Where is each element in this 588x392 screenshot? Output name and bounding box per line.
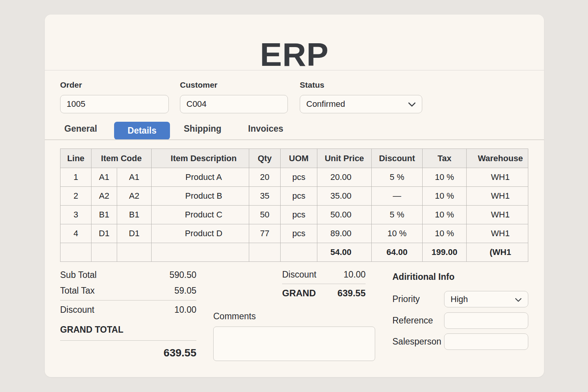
cell-qty[interactable]: 50 <box>249 206 281 224</box>
subtotal-label: Sub Total <box>60 270 96 280</box>
cell-uom[interactable]: pcs <box>281 224 317 243</box>
mini-grand-label: GRAND <box>282 288 316 299</box>
tabs-divider <box>45 139 544 140</box>
col-header-qty: Qty <box>249 149 281 168</box>
mini-totals-divider <box>282 284 366 284</box>
cell-code-a[interactable]: B1 <box>91 206 117 224</box>
cell-tax[interactable]: 10 % <box>423 168 467 187</box>
mini-grand-value: 639.55 <box>338 288 366 299</box>
priority-label: Priority <box>392 294 420 304</box>
comments-label: Comments <box>213 311 256 322</box>
cell-qty[interactable]: 77 <box>249 224 281 243</box>
mini-discount-row: Discount 10.00 <box>282 267 366 282</box>
mini-discount-value: 10.00 <box>343 270 366 280</box>
cell-description[interactable] <box>152 243 249 262</box>
discount-label: Discount <box>60 305 94 315</box>
cell-unit-price[interactable]: 35.00 <box>317 187 372 206</box>
cell-code-a[interactable]: A2 <box>91 187 117 206</box>
cell-tax[interactable]: 10 % <box>423 224 467 243</box>
col-header-discount: Discount <box>372 149 423 168</box>
cell-qty[interactable]: 35 <box>249 187 281 206</box>
erp-window: ERP Order Customer Status Confirmed Gene… <box>45 15 544 377</box>
cell-code-a[interactable]: D1 <box>91 224 117 243</box>
col-header-line: Line <box>60 149 91 168</box>
cell-line[interactable]: 4 <box>60 224 91 243</box>
cell-code-a[interactable]: A1 <box>91 168 117 187</box>
status-select[interactable]: Confirmed <box>300 95 422 113</box>
tab-details[interactable]: Details <box>114 122 170 140</box>
cell-code-a[interactable] <box>91 243 117 262</box>
cell-tax[interactable]: 10 % <box>423 206 467 224</box>
tab-shipping[interactable]: Shipping <box>184 124 221 134</box>
col-header-item-description: Item Description <box>152 149 249 168</box>
order-label: Order <box>60 80 82 90</box>
cell-code-b[interactable] <box>117 243 152 262</box>
table-summary-row: 54.00 64.00 199.00 (WH1 <box>60 243 528 262</box>
salesperson-input[interactable] <box>444 333 528 350</box>
cell-discount-total[interactable]: 64.00 <box>372 243 423 262</box>
cell-description[interactable]: Product C <box>152 206 249 224</box>
status-select-value: Confirmed <box>306 99 345 109</box>
total-tax-row: Total Tax 59.05 <box>60 283 196 299</box>
comments-textarea[interactable] <box>213 327 375 361</box>
tab-general[interactable]: General <box>64 124 97 134</box>
table-row: 3 B1 B1 Product C 50 pcs 50.00 5 % 10 % … <box>60 206 528 224</box>
mini-discount-label: Discount <box>282 270 316 280</box>
cell-discount[interactable]: 5 % <box>372 206 423 224</box>
cell-uom[interactable] <box>281 243 317 262</box>
customer-label: Customer <box>180 80 217 90</box>
cell-discount[interactable]: 10 % <box>372 224 423 243</box>
cell-warehouse[interactable]: WH1 <box>467 224 528 243</box>
cell-description[interactable]: Product B <box>152 187 249 206</box>
cell-warehouse[interactable]: WH1 <box>467 206 528 224</box>
reference-label: Reference <box>392 315 433 326</box>
col-header-warehouse: Warehouse <box>467 149 528 168</box>
table-row: 2 A2 A2 Product B 35 pcs 35.00 — 10 % WH… <box>60 187 528 206</box>
cell-line[interactable]: 2 <box>60 187 91 206</box>
priority-select[interactable]: High <box>444 291 528 307</box>
cell-warehouse[interactable]: WH1 <box>467 168 528 187</box>
discount-row: Discount 10.00 <box>60 302 196 318</box>
chevron-down-icon <box>515 294 522 304</box>
cell-line[interactable] <box>60 243 91 262</box>
cell-code-b[interactable]: A1 <box>117 168 152 187</box>
customer-input[interactable] <box>180 95 288 113</box>
cell-warehouse-total[interactable]: (WH1 <box>467 243 528 262</box>
cell-uom[interactable]: pcs <box>281 168 317 187</box>
cell-unit-price[interactable]: 20.00 <box>317 168 372 187</box>
mini-totals-panel: Discount 10.00 GRAND 639.55 <box>282 267 366 301</box>
cell-tax-total[interactable]: 199.00 <box>423 243 467 262</box>
order-input[interactable] <box>60 95 169 113</box>
cell-code-b[interactable]: D1 <box>117 224 152 243</box>
cell-discount[interactable]: — <box>372 187 423 206</box>
cell-unit-price-total[interactable]: 54.00 <box>317 243 372 262</box>
tab-invoices[interactable]: Invoices <box>248 124 283 134</box>
cell-uom[interactable]: pcs <box>281 187 317 206</box>
cell-line[interactable]: 3 <box>60 206 91 224</box>
total-tax-label: Total Tax <box>60 286 95 296</box>
table-row: 4 D1 D1 Product D 77 pcs 89.00 10 % 10 %… <box>60 224 528 243</box>
grand-total-label: GRAND TOTAL <box>60 318 196 339</box>
cell-unit-price[interactable]: 50.00 <box>317 206 372 224</box>
cell-description[interactable]: Product D <box>152 224 249 243</box>
cell-discount[interactable]: 5 % <box>372 168 423 187</box>
cell-code-b[interactable]: B1 <box>117 206 152 224</box>
totals-panel: Sub Total 590.50 Total Tax 59.05 Discoun… <box>60 267 196 359</box>
chevron-down-icon <box>408 99 416 109</box>
cell-line[interactable]: 1 <box>60 168 91 187</box>
cell-unit-price[interactable]: 89.00 <box>317 224 372 243</box>
cell-uom[interactable]: pcs <box>281 206 317 224</box>
additional-info-heading: Adiritional Info <box>392 272 454 282</box>
cell-warehouse[interactable]: WH1 <box>467 187 528 206</box>
status-label: Status <box>300 80 324 90</box>
col-header-uom: UOM <box>281 149 317 168</box>
grand-total-divider <box>60 340 196 341</box>
col-header-tax: Tax <box>423 149 467 168</box>
reference-input[interactable] <box>444 312 528 329</box>
cell-description[interactable]: Product A <box>152 168 249 187</box>
cell-qty[interactable] <box>249 243 281 262</box>
cell-code-b[interactable]: A2 <box>117 187 152 206</box>
cell-qty[interactable]: 20 <box>249 168 281 187</box>
cell-tax[interactable]: 10 % <box>423 187 467 206</box>
col-header-item-code: Item Code <box>91 149 152 168</box>
